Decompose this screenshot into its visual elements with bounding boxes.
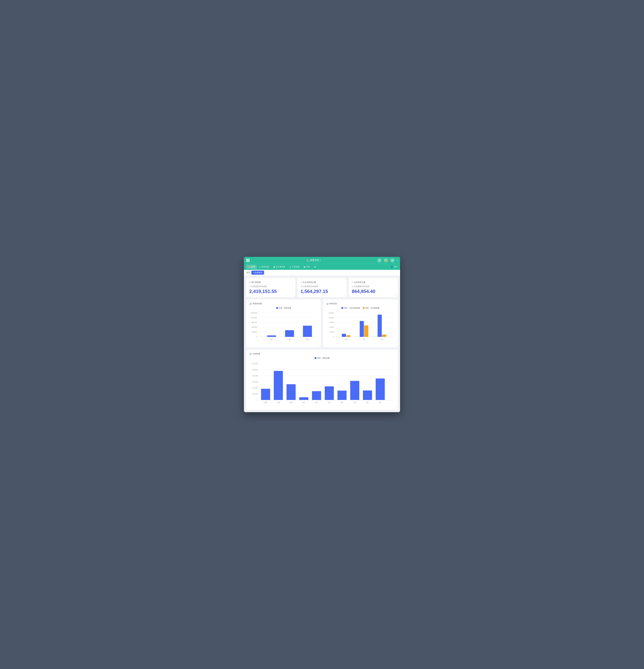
legend-dot-blue-2 — [341, 307, 343, 309]
bar-mar — [376, 379, 385, 400]
svg-text:Q4: Q4 — [381, 338, 383, 340]
svg-text:12月: 12月 — [264, 401, 267, 403]
sales-type-legend: 求和：非会员销售额 求和：会员销售额 — [326, 307, 395, 309]
monthly-chart: 600,000 500,000 400,000 300,000 200,000 … — [249, 361, 395, 407]
svg-text:60,000: 60,000 — [329, 326, 334, 328]
chart-icon-type: 📊 — [326, 302, 328, 305]
nonmember-sales-value: 1,564,297.15 — [300, 289, 344, 294]
member-sales-card: ≡ 会员销售总额 人力资源部OKR进展 864,854.40 ↙ — [349, 278, 398, 297]
sales-type-svg: 150,000 120,000 90,000 60,000 30,000 0 — [326, 311, 395, 344]
bar-oct — [286, 384, 296, 400]
svg-text:150,000: 150,000 — [328, 312, 334, 314]
member-sales-value: 864,854.40 — [352, 289, 395, 294]
svg-text:200,000: 200,000 — [253, 387, 258, 389]
help-button[interactable]: ? — [377, 258, 382, 262]
monthly-sales-svg: 600,000 500,000 400,000 300,000 200,000 … — [249, 361, 395, 407]
nonmember-sales-title: ≡ 非会员销售总额 — [300, 281, 344, 284]
svg-text:0: 0 — [333, 336, 334, 338]
bar-q3 — [285, 330, 294, 337]
monthly-sales-title: 📊 月销售额 — [249, 353, 395, 355]
sales-type-chart: 150,000 120,000 90,000 60,000 30,000 0 — [326, 311, 395, 344]
nav-user-area[interactable]: 👤 用户 — [391, 266, 398, 268]
app-title: 销售管理 — [310, 259, 319, 262]
bar-jul — [325, 386, 334, 400]
breadcrumb-home[interactable]: 首页 — [246, 271, 250, 274]
nav-item-commission[interactable]: ◎ 主管提成 — [288, 265, 301, 269]
svg-text:Q2: Q2 — [345, 338, 347, 340]
apps-icon[interactable] — [246, 259, 249, 262]
bar-q4 — [303, 326, 312, 337]
nav-sales-label: 销售情况 — [261, 266, 269, 268]
chart-icon-quarterly: 📊 — [249, 302, 252, 305]
notification-bell-button[interactable]: 🔔 — [384, 258, 388, 262]
quarterly-card-corner: ↙ — [318, 344, 319, 346]
bar-q2-nonmember — [342, 334, 346, 337]
dropdown-arrow-icon[interactable]: ▾ — [320, 259, 321, 261]
bar-q4-nonmember — [377, 315, 382, 337]
nav-item-home[interactable]: 🏠 首页 — [246, 265, 257, 269]
legend-member: 求和：会员销售额 — [363, 307, 380, 309]
svg-text:600,000: 600,000 — [253, 363, 258, 365]
bar-jun — [338, 390, 347, 400]
legend-dot-orange — [363, 307, 364, 309]
nav-item-month[interactable]: ▣ 月份 — [302, 265, 312, 269]
bar-dec — [261, 389, 270, 400]
total-sales-value: 2,419,151.55 — [249, 289, 292, 294]
legend-nonmember: 求和：非会员销售额 — [341, 307, 360, 309]
sales-type-title: 📊 销售类型 — [326, 302, 395, 305]
svg-text:0: 0 — [256, 336, 257, 338]
nav-sales-icon: ◎ — [259, 266, 261, 268]
monthly-sales-chart-card: 📊 月销售额 求和：销售总额 600,000 500,000 400,000 3… — [246, 350, 398, 410]
total-sales-subtitle: 人力资源部OKR进展 — [249, 285, 292, 288]
monthly-legend: 求和：销售总额 — [249, 357, 395, 359]
svg-text:30,000: 30,000 — [329, 331, 334, 333]
store-icon: 🏪 — [306, 259, 309, 262]
legend-dot-blue-1 — [276, 307, 278, 309]
svg-text:5月: 5月 — [354, 401, 356, 403]
nav-month-label: 月份 — [306, 266, 310, 268]
nav-month-icon: ▣ — [304, 266, 305, 268]
svg-text:400,000: 400,000 — [253, 375, 258, 376]
nav-item-sales[interactable]: ◎ 销售情况 — [257, 265, 271, 269]
nonmember-sales-card: ≡ 非会员销售总额 人力资源部OKR进展 1,564,297.15 ↙ — [298, 278, 346, 297]
avatar-button[interactable]: G — [390, 258, 395, 262]
member-sales-subtitle: 人力资源部OKR进展 — [352, 285, 395, 288]
bar-q2-member — [346, 335, 350, 337]
top-bar: 🏪 销售管理 ▾ ? 🔔 G ▾ — [244, 257, 400, 264]
svg-text:600,000: 600,000 — [252, 326, 257, 328]
app-window: 🏪 销售管理 ▾ ? 🔔 G ▾ 🏠 首页 ◎ 销售情况 ▣ 员工通讯录 — [244, 257, 400, 412]
nav-commission-icon: ◎ — [289, 266, 291, 268]
svg-text:3月: 3月 — [379, 401, 382, 403]
svg-text:11月: 11月 — [277, 401, 280, 403]
svg-text:4月: 4月 — [366, 401, 369, 403]
bar-q3-nonmember — [360, 321, 364, 337]
svg-text:1,200,000: 1,200,000 — [251, 317, 257, 318]
card-corner-3: ↙ — [395, 294, 396, 296]
nav-item-add[interactable]: ⊕ — [312, 265, 318, 269]
breadcrumb-bar: 首页 + 添加组件 — [244, 270, 400, 276]
total-sales-card: ≡ 累计销售额 人力资源部OKR进展 2,419,151.55 ↙ — [246, 278, 295, 297]
svg-text:10月: 10月 — [289, 401, 293, 403]
svg-text:500,000: 500,000 — [253, 369, 258, 370]
member-sales-title: ≡ 会员销售总额 — [352, 281, 395, 284]
user-dropdown-arrow[interactable]: ▾ — [397, 259, 398, 261]
nav-items: 🏠 首页 ◎ 销售情况 ▣ 员工通讯录 ◎ 主管提成 ▣ 月份 ⊕ — [246, 265, 318, 269]
bar-sep — [299, 397, 309, 400]
monthly-card-corner: ↙ — [395, 407, 396, 409]
svg-text:120,000: 120,000 — [328, 317, 334, 318]
sales-type-card-corner: ↙ — [395, 344, 396, 346]
legend-dot-blue-3 — [315, 357, 316, 359]
nav-item-contacts[interactable]: ▣ 员工通讯录 — [271, 265, 287, 269]
nav-home-label: 首页 — [251, 266, 255, 268]
nonmember-sales-subtitle: 人力资源部OKR进展 — [300, 285, 344, 288]
total-sales-title: ≡ 累计销售额 — [249, 281, 292, 284]
quarterly-charts-row: 📊 季度销售额 求和：销售总额 1,500,000 1,200,000 900,… — [246, 299, 398, 347]
bar-may — [350, 381, 359, 400]
nav-user-label: 用户 — [394, 266, 398, 268]
app-title-area: 🏪 销售管理 ▾ — [306, 259, 321, 262]
svg-text:Q3: Q3 — [288, 338, 291, 340]
add-component-button[interactable]: + 添加组件 — [251, 271, 264, 275]
summary-cards-row: ≡ 累计销售额 人力资源部OKR进展 2,419,151.55 ↙ ≡ 非会员销… — [246, 278, 398, 297]
quarterly-sales-chart-card: 📊 季度销售额 求和：销售总额 1,500,000 1,200,000 900,… — [246, 299, 321, 347]
bar-chart-icon-2: ≡ — [300, 281, 302, 283]
